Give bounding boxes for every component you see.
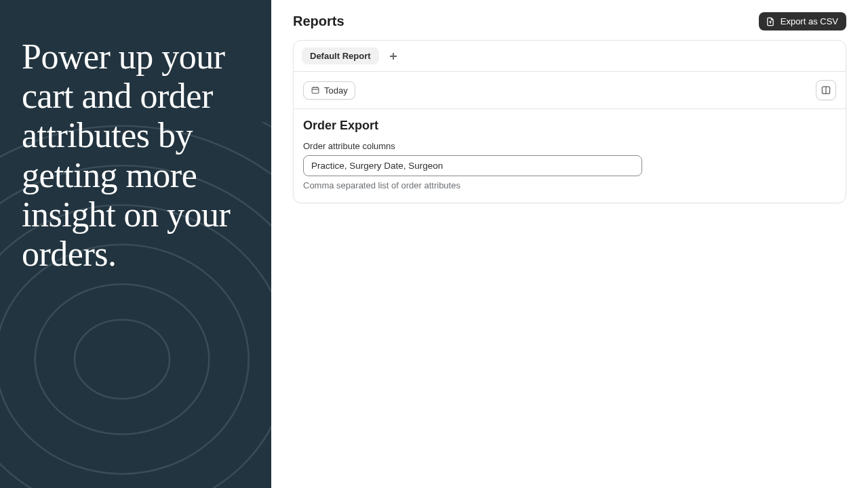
svg-point-2 bbox=[0, 245, 249, 474]
promo-headline: Power up your cart and order attributes … bbox=[0, 0, 271, 274]
order-attribute-input[interactable] bbox=[303, 155, 642, 176]
tab-default-report[interactable]: Default Report bbox=[302, 47, 379, 64]
file-export-icon bbox=[766, 17, 775, 26]
report-card: Default Report Today bbox=[293, 40, 846, 203]
svg-rect-7 bbox=[312, 87, 319, 93]
controls-row: Today bbox=[294, 72, 846, 109]
main-header: Reports Export as CSV bbox=[293, 12, 846, 30]
svg-point-0 bbox=[75, 320, 170, 399]
add-tab-button[interactable] bbox=[386, 49, 401, 64]
plus-icon bbox=[389, 52, 397, 60]
export-csv-button[interactable]: Export as CSV bbox=[759, 12, 846, 30]
order-attribute-helper: Comma separated list of order attributes bbox=[303, 180, 836, 190]
date-range-button[interactable]: Today bbox=[303, 81, 355, 100]
order-attribute-label: Order attribute columns bbox=[303, 141, 836, 151]
svg-point-1 bbox=[35, 284, 210, 434]
date-range-label: Today bbox=[324, 85, 348, 96]
columns-icon bbox=[821, 85, 831, 96]
export-csv-label: Export as CSV bbox=[781, 16, 838, 26]
promo-sidebar: Power up your cart and order attributes … bbox=[0, 0, 271, 488]
calendar-icon bbox=[311, 85, 320, 95]
columns-toggle-button[interactable] bbox=[816, 80, 836, 100]
section-title: Order Export bbox=[303, 119, 836, 133]
main-content: Reports Export as CSV Default Report bbox=[271, 0, 868, 488]
order-export-section: Order Export Order attribute columns Com… bbox=[294, 109, 846, 203]
page-title: Reports bbox=[293, 14, 344, 29]
tabs-row: Default Report bbox=[294, 41, 846, 72]
